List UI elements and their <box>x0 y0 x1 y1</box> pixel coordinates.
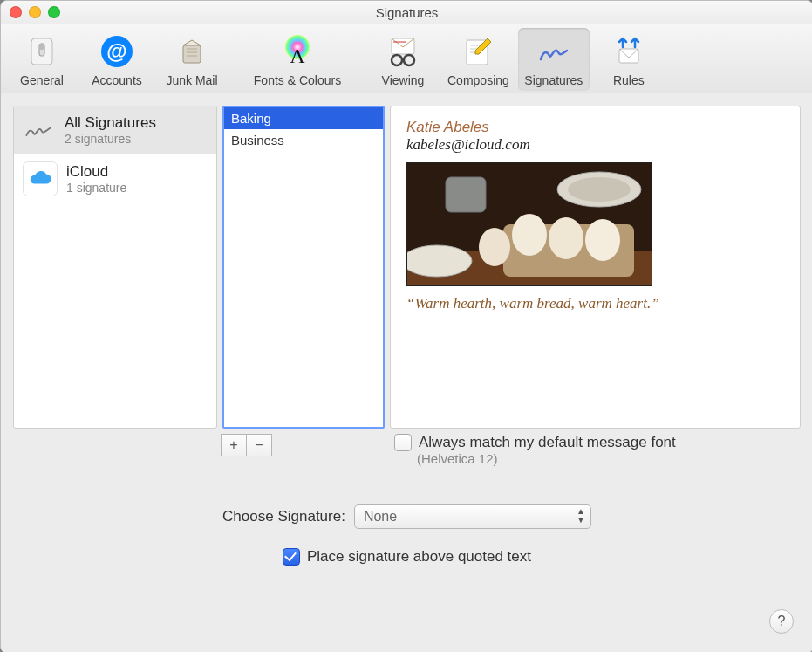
junk-mail-icon <box>172 31 212 72</box>
account-subtitle: 1 signature <box>66 181 126 195</box>
preview-quote: “Warm hearth, warm bread, warm heart.” <box>406 295 784 312</box>
general-icon <box>22 31 62 72</box>
svg-point-14 <box>404 55 414 65</box>
choose-signature-value: None <box>364 509 397 525</box>
preview-email: kabeles@icloud.com <box>406 136 784 154</box>
window-controls <box>10 6 60 18</box>
place-above-row: Place signature above quoted text <box>13 548 801 566</box>
tab-accounts[interactable]: @ Accounts <box>81 28 153 91</box>
viewing-icon <box>383 31 423 72</box>
tab-label: Viewing <box>382 73 425 87</box>
choose-signature-label: Choose Signature: <box>222 508 345 525</box>
tab-rules[interactable]: Rules <box>593 28 665 91</box>
svg-point-30 <box>479 228 510 266</box>
choose-signature-select[interactable]: None ▲▼ <box>354 504 591 529</box>
tab-junk-mail[interactable]: Junk Mail <box>156 28 228 91</box>
svg-rect-5 <box>183 45 201 63</box>
help-button[interactable]: ? <box>769 609 794 634</box>
tab-label: General <box>20 73 64 87</box>
tab-signatures[interactable]: Signatures <box>518 28 590 91</box>
signature-item-baking[interactable]: Baking <box>224 107 383 129</box>
svg-text:A: A <box>290 45 305 67</box>
add-signature-button[interactable]: + <box>221 434 246 456</box>
match-font-label: Always match my default message font <box>419 434 676 451</box>
account-title: iCloud <box>66 163 126 181</box>
svg-point-28 <box>549 217 583 259</box>
tab-label: Fonts & Colours <box>254 73 341 87</box>
tab-label: Signatures <box>524 73 583 87</box>
titlebar: Signatures <box>1 1 812 24</box>
match-font-note: (Helvetica 12) <box>417 451 676 466</box>
signature-names-list[interactable]: Baking Business <box>222 106 385 429</box>
icloud-icon <box>23 161 58 196</box>
chevron-up-down-icon: ▲▼ <box>577 507 585 525</box>
signature-item-business[interactable]: Business <box>224 129 383 151</box>
svg-point-29 <box>585 219 620 261</box>
close-window-button[interactable] <box>10 6 22 18</box>
signature-preview[interactable]: Katie Abeles kabeles@icloud.com <box>390 106 801 429</box>
svg-point-25 <box>568 177 631 202</box>
tab-label: Rules <box>613 73 645 87</box>
account-subtitle: 2 signatures <box>65 132 156 146</box>
tab-fonts-colours[interactable]: A Fonts & Colours <box>231 28 364 91</box>
help-icon: ? <box>778 614 786 629</box>
account-all-signatures[interactable]: All Signatures 2 signatures <box>14 106 216 154</box>
tab-composing[interactable]: Composing <box>442 28 515 91</box>
zoom-window-button[interactable] <box>48 6 60 18</box>
svg-point-13 <box>392 55 402 65</box>
rules-icon <box>609 31 649 72</box>
content-area: All Signatures 2 signatures iCloud 1 sig… <box>1 93 812 652</box>
match-font-checkbox[interactable] <box>394 434 412 451</box>
place-above-checkbox[interactable] <box>283 548 300 566</box>
account-title: All Signatures <box>65 114 156 132</box>
tab-label: Composing <box>447 73 509 87</box>
signature-scribble-icon <box>23 113 56 147</box>
below-row: + − Always match my default message font… <box>13 434 801 466</box>
signatures-icon <box>534 31 574 72</box>
svg-point-31 <box>407 245 472 277</box>
tab-label: Accounts <box>92 73 142 87</box>
accounts-list[interactable]: All Signatures 2 signatures iCloud 1 sig… <box>13 106 217 429</box>
minimize-window-button[interactable] <box>29 6 41 18</box>
svg-point-27 <box>512 214 547 256</box>
svg-rect-2 <box>39 44 44 50</box>
add-remove-signature: + − <box>221 434 272 456</box>
signature-list: Baking Business <box>224 107 383 427</box>
preferences-toolbar: General @ Accounts Junk Ma <box>1 24 812 93</box>
match-font-section: Always match my default message font (He… <box>394 434 676 466</box>
accounts-icon: @ <box>97 31 137 72</box>
account-texts: iCloud 1 signature <box>66 163 126 195</box>
place-above-label: Place signature above quoted text <box>307 548 531 566</box>
tab-label: Junk Mail <box>166 73 217 87</box>
match-font-checkbox-row[interactable]: Always match my default message font <box>394 434 676 451</box>
account-texts: All Signatures 2 signatures <box>65 114 156 146</box>
choose-signature-row: Choose Signature: None ▲▼ <box>13 504 801 529</box>
svg-rect-32 <box>446 177 486 212</box>
columns: All Signatures 2 signatures iCloud 1 sig… <box>13 106 801 429</box>
svg-text:@: @ <box>106 39 126 63</box>
place-above-checkbox-row[interactable]: Place signature above quoted text <box>283 548 531 566</box>
preview-name: Katie Abeles <box>406 119 784 136</box>
window-title: Signatures <box>1 5 812 20</box>
preview-embedded-image <box>406 162 652 286</box>
tab-viewing[interactable]: Viewing <box>367 28 439 91</box>
remove-signature-button[interactable]: − <box>246 434 272 456</box>
fonts-colours-icon: A <box>277 31 317 72</box>
signatures-preferences-window: Signatures General @ Accounts <box>0 0 812 652</box>
tab-general[interactable]: General <box>6 28 78 91</box>
composing-icon <box>458 31 498 72</box>
account-icloud[interactable]: iCloud 1 signature <box>14 154 216 204</box>
